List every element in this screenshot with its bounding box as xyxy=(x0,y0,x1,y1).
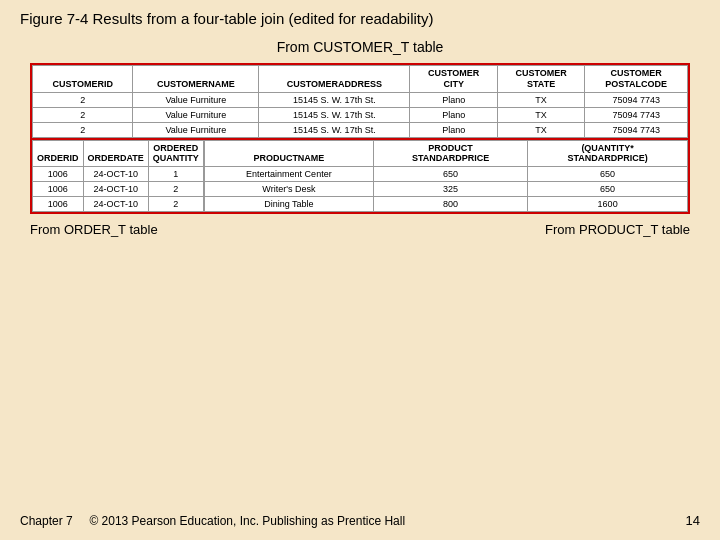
table-cell: 800 xyxy=(373,197,527,212)
table-cell: Value Furniture xyxy=(133,122,259,137)
table-cell: 1006 xyxy=(33,167,84,182)
product-row: Dining Table8001600 xyxy=(204,197,687,212)
customer-table-label: From CUSTOMER_T table xyxy=(20,39,700,55)
col-customer-postalcode: CUSTOMERPOSTALCODE xyxy=(585,66,688,93)
col-ordered-quantity: ORDEREDQUANTITY xyxy=(148,140,203,167)
table-cell: TX xyxy=(497,122,584,137)
col-productname: PRODUCTNAME xyxy=(204,140,373,167)
table-cell: 24-OCT-10 xyxy=(83,182,148,197)
product-table: PRODUCTNAME PRODUCTSTANDARDPRICE (QUANTI… xyxy=(204,140,688,213)
footer-page-number: 14 xyxy=(686,513,700,528)
lower-section: ORDERID ORDERDATE ORDEREDQUANTITY 100624… xyxy=(32,140,688,213)
table-cell: 15145 S. W. 17th St. xyxy=(259,92,410,107)
order-table: ORDERID ORDERDATE ORDEREDQUANTITY 100624… xyxy=(32,140,204,213)
footer-chapter-copyright: Chapter 7 © 2013 Pearson Education, Inc.… xyxy=(20,514,405,528)
order-row: 100624-OCT-102 xyxy=(33,182,204,197)
col-quantity-standardprice: (QUANTITY*STANDARDPRICE) xyxy=(528,140,688,167)
slide: Figure 7-4 Results from a four-table joi… xyxy=(0,0,720,540)
order-row: 100624-OCT-101 xyxy=(33,167,204,182)
footer-copyright: © 2013 Pearson Education, Inc. Publishin… xyxy=(89,514,405,528)
col-customername: CUSTOMERNAME xyxy=(133,66,259,93)
slide-title: Figure 7-4 Results from a four-table joi… xyxy=(20,10,700,27)
product-row: Entertainment Center650650 xyxy=(204,167,687,182)
table-cell: Value Furniture xyxy=(133,92,259,107)
col-orderid: ORDERID xyxy=(33,140,84,167)
table-cell: 650 xyxy=(373,167,527,182)
table-cell: 2 xyxy=(33,122,133,137)
product-table-label: From PRODUCT_T table xyxy=(545,222,690,237)
col-customerid: CUSTOMERID xyxy=(33,66,133,93)
col-customeraddress: CUSTOMERADDRESS xyxy=(259,66,410,93)
table-cell: 1600 xyxy=(528,197,688,212)
table-cell: 75094 7743 xyxy=(585,92,688,107)
product-row: Writer's Desk325650 xyxy=(204,182,687,197)
table-cell: Plano xyxy=(410,122,497,137)
table-cell: 650 xyxy=(528,182,688,197)
table-cell: 325 xyxy=(373,182,527,197)
table-cell: TX xyxy=(497,107,584,122)
table-cell: Dining Table xyxy=(204,197,373,212)
table-cell: 75094 7743 xyxy=(585,122,688,137)
table-cell: Plano xyxy=(410,107,497,122)
main-table-container: CUSTOMERID CUSTOMERNAME CUSTOMERADDRESS … xyxy=(30,63,690,214)
table-cell: Value Furniture xyxy=(133,107,259,122)
customer-row: 2Value Furniture15145 S. W. 17th St.Plan… xyxy=(33,92,688,107)
col-product-standardprice: PRODUCTSTANDARDPRICE xyxy=(373,140,527,167)
table-cell: 15145 S. W. 17th St. xyxy=(259,122,410,137)
table-cell: 24-OCT-10 xyxy=(83,167,148,182)
col-customer-city: CUSTOMERCITY xyxy=(410,66,497,93)
table-cell: 1 xyxy=(148,167,203,182)
table-cell: 1006 xyxy=(33,182,84,197)
table-cell: 2 xyxy=(148,197,203,212)
table-cell: 2 xyxy=(33,107,133,122)
order-header-row: ORDERID ORDERDATE ORDEREDQUANTITY xyxy=(33,140,204,167)
table-cell: 650 xyxy=(528,167,688,182)
table-cell: 15145 S. W. 17th St. xyxy=(259,107,410,122)
table-cell: 2 xyxy=(148,182,203,197)
customer-header-row: CUSTOMERID CUSTOMERNAME CUSTOMERADDRESS … xyxy=(33,66,688,93)
customer-row: 2Value Furniture15145 S. W. 17th St.Plan… xyxy=(33,122,688,137)
product-table-body: Entertainment Center650650Writer's Desk3… xyxy=(204,167,687,212)
table-cell: Plano xyxy=(410,92,497,107)
col-customer-state: CUSTOMERSTATE xyxy=(497,66,584,93)
footer-chapter: Chapter 7 xyxy=(20,514,73,528)
col-orderdate: ORDERDATE xyxy=(83,140,148,167)
table-cell: Entertainment Center xyxy=(204,167,373,182)
customer-row: 2Value Furniture15145 S. W. 17th St.Plan… xyxy=(33,107,688,122)
table-cell: 2 xyxy=(33,92,133,107)
table-cell: 1006 xyxy=(33,197,84,212)
customer-table: CUSTOMERID CUSTOMERNAME CUSTOMERADDRESS … xyxy=(32,65,688,138)
table-cell: 24-OCT-10 xyxy=(83,197,148,212)
table-labels-row: From ORDER_T table From PRODUCT_T table xyxy=(30,222,690,237)
table-cell: 75094 7743 xyxy=(585,107,688,122)
upper-section: CUSTOMERID CUSTOMERNAME CUSTOMERADDRESS … xyxy=(32,65,688,140)
customer-table-body: 2Value Furniture15145 S. W. 17th St.Plan… xyxy=(33,92,688,137)
order-table-body: 100624-OCT-101100624-OCT-102100624-OCT-1… xyxy=(33,167,204,212)
table-cell: Writer's Desk xyxy=(204,182,373,197)
product-header-row: PRODUCTNAME PRODUCTSTANDARDPRICE (QUANTI… xyxy=(204,140,687,167)
order-table-label: From ORDER_T table xyxy=(30,222,158,237)
table-cell: TX xyxy=(497,92,584,107)
order-row: 100624-OCT-102 xyxy=(33,197,204,212)
footer: Chapter 7 © 2013 Pearson Education, Inc.… xyxy=(20,513,700,528)
